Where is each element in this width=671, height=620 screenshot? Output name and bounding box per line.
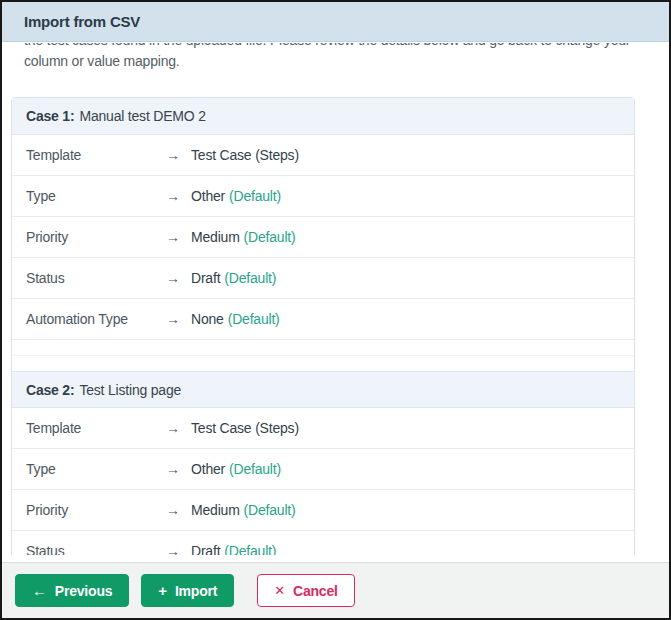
dialog-header: Import from CSV xyxy=(2,2,669,42)
default-badge: (Default) xyxy=(224,543,276,555)
arrow-right-icon: → xyxy=(166,188,191,204)
import-button-label: Import xyxy=(175,583,217,599)
case-section-1: Case 1: Manual test DEMO 2 Template → Te… xyxy=(12,98,634,340)
arrow-right-icon: → xyxy=(166,270,191,286)
dialog-footer: ← Previous + Import ✕ Cancel xyxy=(2,562,669,618)
cross-icon: ✕ xyxy=(274,584,285,597)
mapping-value: Draft(Default) xyxy=(191,270,276,286)
previous-button[interactable]: ← Previous xyxy=(15,574,129,607)
cancel-button-label: Cancel xyxy=(293,583,338,599)
mapping-row: Type → Other(Default) xyxy=(12,449,634,490)
mapping-field-label: Type xyxy=(26,461,166,477)
mapping-row: Template → Test Case (Steps) xyxy=(12,135,634,176)
mapping-value: Medium(Default) xyxy=(191,229,295,245)
back-arrow-icon: ← xyxy=(32,583,47,598)
default-badge: (Default) xyxy=(224,270,276,286)
import-button[interactable]: + Import xyxy=(141,574,234,607)
arrow-right-icon: → xyxy=(166,543,191,555)
mapping-value: None(Default) xyxy=(191,311,280,327)
arrow-right-icon: → xyxy=(166,147,191,163)
default-badge: (Default) xyxy=(244,502,296,518)
mapping-row: Status → Draft(Default) xyxy=(12,258,634,299)
mapping-field-label: Type xyxy=(26,188,166,204)
mapping-field-label: Automation Type xyxy=(26,311,166,327)
mapping-row: Automation Type → None(Default) xyxy=(12,299,634,340)
mapping-field-label: Status xyxy=(26,543,166,555)
intro-clipped-line: the test cases found in the uploaded fil… xyxy=(2,43,669,49)
previous-button-label: Previous xyxy=(55,583,113,599)
case-divider-gap xyxy=(12,340,634,371)
cancel-button[interactable]: ✕ Cancel xyxy=(257,574,354,607)
mapping-value: Test Case (Steps) xyxy=(191,420,299,436)
mapping-value: Draft(Default) xyxy=(191,543,276,555)
mapping-value: Test Case (Steps) xyxy=(191,147,299,163)
default-badge: (Default) xyxy=(228,311,280,327)
mapping-field-label: Priority xyxy=(26,502,166,518)
default-badge: (Default) xyxy=(229,188,281,204)
default-badge: (Default) xyxy=(244,229,296,245)
mapping-row: Priority → Medium(Default) xyxy=(12,217,634,258)
mapping-row: Type → Other(Default) xyxy=(12,176,634,217)
intro-text: column or value mapping. xyxy=(24,52,647,70)
case-header: Case 1: Manual test DEMO 2 xyxy=(12,98,634,135)
dialog-scroll-area[interactable]: the test cases found in the uploaded fil… xyxy=(2,43,669,555)
mapping-row: Status → Draft(Default) xyxy=(12,531,634,555)
case-label: Case 1: xyxy=(26,108,74,124)
default-badge: (Default) xyxy=(229,461,281,477)
arrow-right-icon: → xyxy=(166,420,191,436)
import-from-csv-dialog: Import from CSV the test cases found in … xyxy=(0,0,671,620)
case-name: Manual test DEMO 2 xyxy=(79,108,205,124)
case-header: Case 2: Test Listing page xyxy=(12,371,634,408)
mapping-row: Priority → Medium(Default) xyxy=(12,490,634,531)
mapping-value: Other(Default) xyxy=(191,461,281,477)
mapping-field-label: Status xyxy=(26,270,166,286)
mapping-field-label: Template xyxy=(26,147,166,163)
mapping-value: Other(Default) xyxy=(191,188,281,204)
plus-icon: + xyxy=(158,583,167,598)
arrow-right-icon: → xyxy=(166,502,191,518)
mapping-field-label: Template xyxy=(26,420,166,436)
mapping-row: Template → Test Case (Steps) xyxy=(12,408,634,449)
case-section-2: Case 2: Test Listing page Template → Tes… xyxy=(12,371,634,555)
case-mapping-box: Case 1: Manual test DEMO 2 Template → Te… xyxy=(11,97,635,555)
arrow-right-icon: → xyxy=(166,229,191,245)
arrow-right-icon: → xyxy=(166,461,191,477)
mapping-value: Medium(Default) xyxy=(191,502,295,518)
mapping-field-label: Priority xyxy=(26,229,166,245)
dialog-title: Import from CSV xyxy=(24,13,140,30)
case-label: Case 2: xyxy=(26,382,74,398)
case-name: Test Listing page xyxy=(79,382,181,398)
arrow-right-icon: → xyxy=(166,311,191,327)
